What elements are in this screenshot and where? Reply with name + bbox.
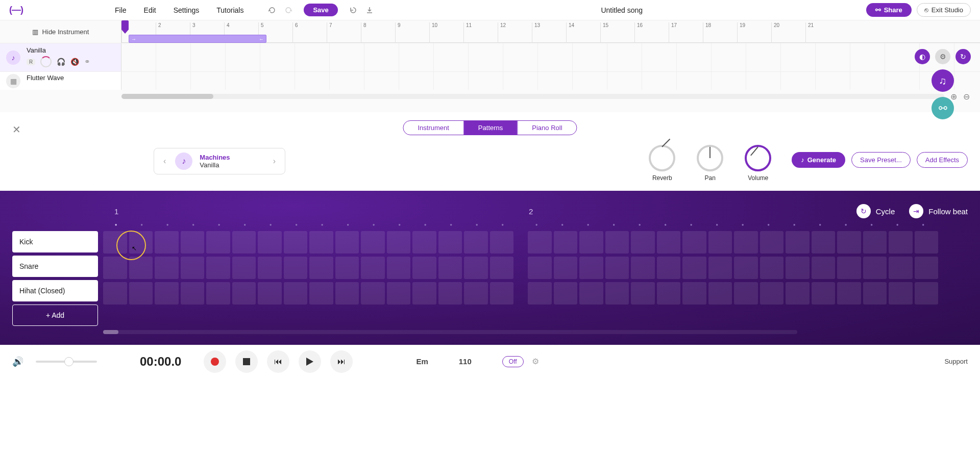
step-cell[interactable] [889, 282, 913, 305]
step-cell[interactable] [554, 257, 578, 279]
tab-instrument[interactable]: Instrument [403, 121, 463, 135]
exit-studio-button[interactable]: ⎋ Exit Studio [917, 3, 971, 17]
add-effects-button[interactable]: Add Effects [917, 152, 968, 168]
step-cell[interactable] [657, 282, 681, 305]
tab-piano-roll[interactable]: Piano Roll [518, 121, 576, 135]
master-volume-slider[interactable] [36, 361, 97, 363]
cycle-toggle[interactable]: ↻ Cycle [856, 204, 895, 218]
step-cell[interactable] [206, 231, 230, 254]
download-icon[interactable] [361, 6, 378, 14]
pattern-scrollbar-thumb[interactable] [103, 330, 118, 334]
revert-icon[interactable] [345, 6, 361, 14]
track-vanilla[interactable]: ♪ Vanilla R 🎧 🔇 ⚭ [0, 43, 121, 71]
step-cell[interactable] [155, 257, 179, 279]
step-cell[interactable] [915, 231, 939, 254]
step-cell[interactable] [837, 257, 861, 279]
fast-forward-button[interactable]: ⏭ [330, 350, 353, 373]
step-cell[interactable] [181, 282, 205, 305]
drum-hihat-closed[interactable]: Hihat (Closed) [12, 280, 98, 301]
step-cell[interactable] [232, 257, 256, 279]
record-arm-button[interactable]: R [27, 59, 35, 65]
step-cell[interactable] [734, 282, 758, 305]
step-cell[interactable] [103, 257, 127, 279]
step-cell[interactable] [760, 282, 784, 305]
step-cell[interactable] [708, 231, 732, 254]
step-cell[interactable] [309, 231, 333, 254]
fab-settings-icon[interactable]: ⚙ [935, 49, 950, 64]
volume-slider-thumb[interactable] [64, 357, 74, 366]
song-title[interactable]: Untitled song [378, 6, 866, 14]
step-cell[interactable] [284, 282, 308, 305]
step-cell[interactable] [490, 257, 514, 279]
step-cell[interactable] [837, 282, 861, 305]
step-cell[interactable] [438, 231, 462, 254]
step-cell[interactable] [682, 257, 706, 279]
step-cell[interactable] [464, 231, 488, 254]
step-cell[interactable] [889, 257, 913, 279]
step-cell[interactable] [438, 257, 462, 279]
redo-icon[interactable] [280, 6, 297, 14]
step-cell[interactable] [258, 231, 282, 254]
step-cell[interactable] [760, 257, 784, 279]
step-cell[interactable] [579, 257, 603, 279]
track-lane[interactable] [121, 72, 980, 90]
step-cell[interactable] [361, 257, 385, 279]
step-cell[interactable] [438, 282, 462, 305]
step-cell[interactable] [181, 257, 205, 279]
fab-loop-icon[interactable]: ◐ [915, 49, 930, 64]
menu-settings[interactable]: Settings [174, 6, 200, 14]
step-cell[interactable] [631, 282, 655, 305]
step-cell[interactable] [837, 231, 861, 254]
step-cell[interactable] [412, 282, 436, 305]
step-cell[interactable] [760, 231, 784, 254]
step-cell[interactable] [490, 231, 514, 254]
step-cell[interactable] [579, 231, 603, 254]
fab-music-icon[interactable]: ♫ [932, 69, 954, 92]
step-cell[interactable] [309, 257, 333, 279]
step-cell[interactable] [232, 282, 256, 305]
speaker-icon[interactable]: 🔊 [12, 356, 23, 367]
pattern-clip[interactable]: →← [129, 35, 266, 43]
step-cell[interactable] [284, 257, 308, 279]
step-cell[interactable] [335, 231, 359, 254]
menu-tutorials[interactable]: Tutorials [216, 6, 243, 14]
step-cell[interactable] [786, 257, 810, 279]
step-cell[interactable] [155, 231, 179, 254]
step-cell[interactable] [915, 257, 939, 279]
step-cell[interactable] [657, 257, 681, 279]
bpm-display[interactable]: 110 [459, 357, 472, 366]
step-cell[interactable] [464, 257, 488, 279]
mute-icon[interactable]: 🔇 [70, 58, 79, 66]
step-cell[interactable] [605, 282, 629, 305]
step-cell[interactable] [889, 231, 913, 254]
menu-file[interactable]: File [115, 6, 127, 14]
generate-button[interactable]: ♪ Generate [792, 152, 845, 168]
share-button[interactable]: ⚯ Share [866, 3, 912, 17]
step-cell[interactable] [528, 282, 552, 305]
knob-dial[interactable] [745, 145, 771, 171]
headphones-icon[interactable]: 🎧 [57, 58, 65, 66]
track-lane[interactable] [121, 43, 980, 71]
key-display[interactable]: Em [416, 357, 428, 366]
next-preset-button[interactable]: › [271, 155, 278, 168]
knob-dial[interactable] [697, 145, 723, 171]
knob-dial[interactable] [649, 145, 675, 171]
step-cell[interactable] [812, 231, 836, 254]
step-cell[interactable] [464, 282, 488, 305]
prev-preset-button[interactable]: ‹ [161, 155, 168, 168]
save-preset-button[interactable]: Save Preset... [851, 152, 911, 168]
follow-beat-toggle[interactable]: ⇥ Follow beat [909, 204, 968, 218]
step-cell[interactable] [232, 231, 256, 254]
step-cell[interactable] [258, 282, 282, 305]
step-cell[interactable] [812, 282, 836, 305]
rewind-button[interactable]: ⏮ [267, 350, 289, 373]
step-cell[interactable] [734, 257, 758, 279]
step-cell[interactable] [734, 231, 758, 254]
drum-snare[interactable]: Snare [12, 256, 98, 277]
step-cell[interactable] [206, 282, 230, 305]
step-cell[interactable] [915, 282, 939, 305]
step-cell[interactable] [863, 282, 887, 305]
drum-kick[interactable]: Kick [12, 231, 98, 252]
step-cell[interactable] [206, 257, 230, 279]
step-cell[interactable] [605, 257, 629, 279]
